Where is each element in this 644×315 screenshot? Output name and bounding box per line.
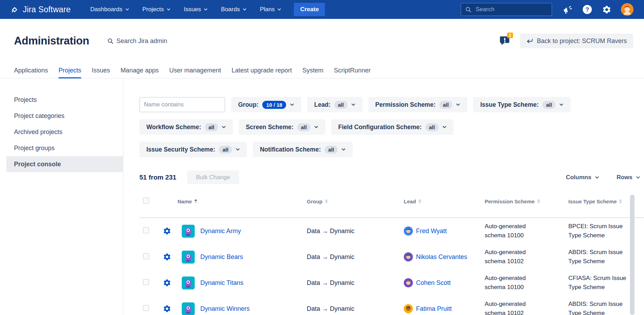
settings-gear-icon[interactable]	[602, 5, 611, 14]
filter-value-pill: all	[439, 101, 452, 109]
page-title: Administration	[14, 35, 89, 47]
row-checkbox[interactable]	[143, 253, 149, 259]
sidebar-item-project-groups[interactable]: Project groups	[0, 140, 123, 156]
nav-label: Projects	[143, 6, 164, 13]
select-all-checkbox[interactable]	[143, 197, 149, 204]
permission-scheme-line: Auto-generated	[485, 222, 568, 231]
main-content: Group: 10 / 18 Lead: all Permission Sche…	[123, 78, 644, 315]
nav-issues[interactable]: Issues	[184, 6, 208, 13]
help-icon[interactable]: ?	[582, 4, 593, 15]
columns-dropdown[interactable]: Columns	[566, 174, 599, 181]
jira-logo[interactable]: Jira Software	[10, 5, 71, 14]
project-name-link[interactable]: Dynamic Bears	[200, 253, 243, 261]
search-icon	[108, 38, 113, 44]
header-lead[interactable]: Lead	[404, 198, 485, 204]
filter-label: Issue Type Scheme:	[480, 101, 539, 108]
vertical-scrollbar[interactable]	[630, 195, 635, 315]
filter-permission-scheme[interactable]: Permission Scheme: all	[368, 97, 468, 112]
permission-scheme-cell: Auto-generated schema 10102	[485, 300, 568, 315]
tab-scriptrunner[interactable]: ScriptRunner	[334, 63, 371, 78]
sidebar-item-project-console[interactable]: Project console	[6, 156, 123, 172]
tab-issues[interactable]: Issues	[92, 63, 110, 78]
back-to-project-button[interactable]: Back to project: SCRUM Ravers	[520, 34, 633, 48]
filter-notification-scheme[interactable]: Notification Scheme: all	[253, 142, 353, 157]
notifications-icon[interactable]: 1	[499, 35, 512, 47]
row-checkbox[interactable]	[143, 227, 149, 233]
tab-applications[interactable]: Applications	[14, 63, 48, 78]
sidebar-item-project-categories[interactable]: Project categories	[0, 108, 123, 124]
project-name-link[interactable]: Dynamic Army	[200, 227, 241, 235]
nav-projects[interactable]: Projects	[143, 6, 171, 13]
project-name-link[interactable]: Dynamic Winners	[200, 305, 250, 313]
chevron-down-icon	[341, 148, 346, 151]
chevron-down-icon	[636, 176, 640, 179]
tab-manage-apps[interactable]: Manage apps	[120, 63, 159, 78]
filter-screen-scheme[interactable]: Screen Scheme: all	[239, 119, 325, 135]
chevron-down-icon	[442, 126, 446, 128]
header-label: Issue Type Scheme	[568, 198, 617, 204]
lead-avatar	[404, 226, 413, 236]
lead-link[interactable]: Cohen Scott	[416, 279, 451, 287]
admin-tabs: Applications Projects Issues Manage apps…	[0, 63, 644, 78]
sidebar-item-projects[interactable]: Projects	[0, 92, 123, 108]
project-name-link[interactable]: Dynamic Titans	[200, 279, 243, 287]
permission-scheme-cell: Auto-generated schema 10100	[485, 274, 568, 292]
filter-issue-security-scheme[interactable]: Issue Security Scheme: all	[139, 142, 247, 157]
filter-label: Issue Security Scheme:	[146, 146, 215, 153]
filter-group[interactable]: Group: 10 / 18	[231, 97, 301, 112]
rows-dropdown[interactable]: Rows	[617, 174, 640, 181]
sort-icon	[619, 199, 622, 203]
filter-value-pill: all	[542, 101, 555, 109]
table-header: Name Group Lead Permission Scheme	[139, 192, 644, 210]
lead-avatar	[404, 304, 413, 313]
filter-workflow-scheme[interactable]: Workflow Scheme: all	[139, 119, 233, 135]
admin-search-label: Search Jira admin	[117, 37, 167, 45]
header-permission-scheme[interactable]: Permission Scheme	[485, 198, 568, 204]
notification-badge: 1	[507, 33, 513, 38]
user-avatar[interactable]	[621, 3, 633, 16]
create-button[interactable]: Create	[294, 3, 325, 16]
megaphone-icon[interactable]	[562, 4, 573, 15]
filter-issue-type-scheme[interactable]: Issue Type Scheme: all	[473, 97, 570, 112]
name-contains-input[interactable]	[139, 97, 225, 112]
tab-user-management[interactable]: User management	[169, 63, 221, 78]
lead-link[interactable]: Fatima Pruitt	[416, 305, 452, 313]
tab-latest-upgrade-report[interactable]: Latest upgrade report	[231, 63, 292, 78]
header-name[interactable]: Name	[178, 198, 307, 204]
navbar-search-input[interactable]	[475, 6, 541, 13]
project-settings-gear-icon[interactable]	[163, 279, 171, 287]
filter-label: Group:	[238, 101, 258, 108]
project-settings-gear-icon[interactable]	[163, 304, 171, 313]
tab-system[interactable]: System	[302, 63, 323, 78]
project-settings-gear-icon[interactable]	[163, 253, 171, 261]
toolbar-row: 51 from 231 Bulk Change Columns Rows	[139, 170, 644, 184]
permission-scheme-line: Auto-generated	[485, 300, 568, 309]
permission-scheme-line: Auto-generated	[485, 248, 568, 257]
lead-link[interactable]: Nikolas Cervantes	[416, 253, 467, 261]
back-button-label: Back to project: SCRUM Ravers	[537, 37, 627, 45]
bulk-change-button[interactable]: Bulk Change	[187, 170, 239, 184]
tab-projects[interactable]: Projects	[58, 63, 81, 78]
sidebar-item-archived-projects[interactable]: Archived projects	[0, 124, 123, 140]
nav-boards[interactable]: Boards	[221, 6, 247, 13]
chevron-down-icon	[243, 8, 247, 11]
brand-name: Jira Software	[23, 5, 71, 14]
filter-lead[interactable]: Lead: all	[307, 97, 362, 112]
filter-field-configuration-scheme[interactable]: Field Configuration Scheme: all	[331, 119, 453, 135]
row-checkbox[interactable]	[143, 279, 149, 285]
navbar-search-box[interactable]	[461, 3, 552, 16]
filter-value-pill: all	[334, 101, 347, 109]
project-settings-gear-icon[interactable]	[163, 227, 171, 235]
filter-label: Field Configuration Scheme:	[338, 124, 422, 131]
nav-dashboards[interactable]: Dashboards	[90, 6, 129, 13]
permission-scheme-line: schema 10100	[485, 231, 568, 240]
admin-search[interactable]: Search Jira admin	[108, 37, 167, 45]
jira-diamond-icon	[10, 5, 19, 14]
chevron-down-icon	[595, 176, 599, 179]
sidebar: Projects Project categories Archived pro…	[0, 78, 123, 315]
nav-plans[interactable]: Plans	[260, 6, 282, 13]
lead-link[interactable]: Fred Wyatt	[416, 227, 447, 235]
row-checkbox[interactable]	[143, 305, 149, 311]
header-group[interactable]: Group	[307, 198, 404, 204]
table-row: Dynamic Titans Data → Dynamic Cohen Scot…	[139, 270, 644, 296]
